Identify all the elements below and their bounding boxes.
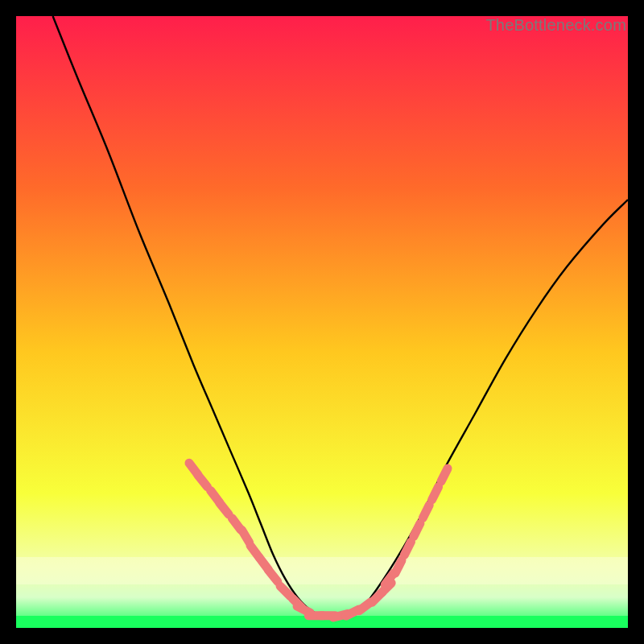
- pale-band: [16, 557, 628, 584]
- data-marker: [423, 506, 429, 518]
- gradient-background: [16, 16, 628, 628]
- data-marker: [404, 542, 411, 555]
- data-marker: [395, 560, 402, 573]
- data-marker: [441, 469, 448, 481]
- data-marker: [414, 523, 420, 536]
- watermark-text: TheBottleneck.com: [485, 16, 626, 35]
- bottleneck-chart: [16, 16, 628, 628]
- chart-frame: TheBottleneck.com: [16, 16, 628, 628]
- data-marker: [432, 487, 439, 500]
